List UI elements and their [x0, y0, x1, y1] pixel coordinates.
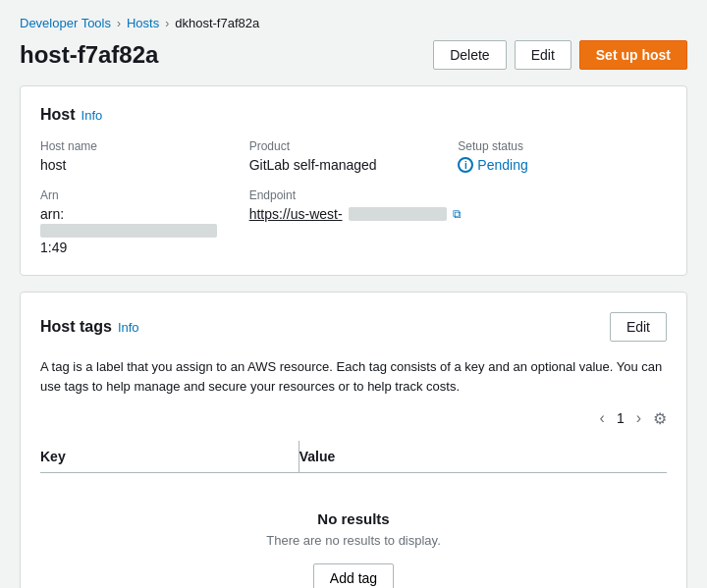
- value-column-header: Value: [299, 441, 667, 473]
- no-results-cell: No results There are no results to displ…: [40, 473, 667, 589]
- host-name-field: Host name host: [40, 139, 249, 173]
- endpoint-redacted: [349, 207, 447, 221]
- host-name-label: Host name: [40, 139, 249, 153]
- table-settings-icon[interactable]: ⚙: [653, 409, 667, 428]
- pagination-row: ‹ 1 › ⚙: [40, 407, 667, 429]
- key-column-header: Key: [40, 441, 299, 473]
- prev-page-button[interactable]: ‹: [596, 407, 609, 429]
- breadcrumb-developer-tools[interactable]: Developer Tools: [20, 16, 111, 30]
- arn-label: Arn: [40, 188, 249, 202]
- host-tags-description: A tag is a label that you assign to an A…: [40, 357, 667, 396]
- arn-redacted: [40, 224, 217, 238]
- arn-text-2: 1:49: [40, 240, 249, 255]
- breadcrumb-sep-2: ›: [165, 17, 169, 30]
- page-header: host-f7af82a Delete Edit Set up host: [20, 40, 687, 70]
- host-tags-card: Host tags Info Edit A tag is a label tha…: [20, 292, 687, 588]
- delete-button[interactable]: Delete: [433, 40, 506, 70]
- add-tag-button[interactable]: Add tag: [313, 563, 394, 588]
- arn-value: arn: 1:49: [40, 206, 249, 255]
- product-field: Product GitLab self-managed: [249, 139, 459, 173]
- endpoint-label: Endpoint: [249, 188, 667, 202]
- setup-status-value: i Pending: [458, 157, 667, 173]
- host-info-card: Host Info Host name host Product GitLab …: [20, 85, 687, 276]
- breadcrumb-sep-1: ›: [117, 17, 121, 30]
- endpoint-link[interactable]: https://us-west-: [249, 206, 343, 222]
- no-results-title: No results: [40, 510, 667, 527]
- product-value: GitLab self-managed: [249, 157, 459, 173]
- page-title: host-f7af82a: [20, 41, 158, 69]
- pending-text: Pending: [477, 157, 527, 173]
- edit-button[interactable]: Edit: [515, 40, 571, 70]
- host-tags-info-link[interactable]: Info: [118, 320, 139, 335]
- endpoint-value-row: https://us-west- ⧉: [249, 206, 667, 222]
- tags-table: Key Value No results There are no result…: [40, 441, 667, 588]
- arn-field: Arn arn: 1:49: [40, 188, 249, 255]
- host-info-grid: Host name host Product GitLab self-manag…: [40, 139, 667, 255]
- host-info-card-header: Host Info: [40, 106, 667, 124]
- product-label: Product: [249, 139, 459, 153]
- page-number: 1: [617, 410, 625, 426]
- host-name-value: host: [40, 157, 249, 173]
- host-tags-card-header: Host tags Info Edit: [40, 312, 667, 342]
- setup-status-field: Setup status i Pending: [458, 139, 667, 173]
- pending-icon: i: [458, 157, 473, 173]
- endpoint-field: Endpoint https://us-west- ⧉: [249, 188, 667, 255]
- breadcrumb-hosts[interactable]: Hosts: [127, 16, 159, 30]
- breadcrumb-current: dkhost-f7af82a: [175, 16, 259, 30]
- host-info-link[interactable]: Info: [82, 108, 103, 123]
- page-wrapper: Developer Tools › Hosts › dkhost-f7af82a…: [0, 0, 707, 588]
- host-info-title: Host Info: [40, 106, 102, 124]
- setup-status-label: Setup status: [458, 139, 667, 153]
- host-tags-edit-button[interactable]: Edit: [610, 312, 667, 342]
- host-tags-title: Host tags Info: [40, 318, 139, 336]
- header-actions: Delete Edit Set up host: [433, 40, 687, 70]
- breadcrumb: Developer Tools › Hosts › dkhost-f7af82a: [20, 16, 687, 30]
- arn-text-1: arn:: [40, 206, 249, 222]
- external-link-icon[interactable]: ⧉: [453, 207, 462, 221]
- setup-host-button[interactable]: Set up host: [579, 40, 687, 70]
- no-results-description: There are no results to display.: [40, 533, 667, 548]
- next-page-button[interactable]: ›: [632, 407, 645, 429]
- no-results-area: No results There are no results to displ…: [40, 481, 667, 588]
